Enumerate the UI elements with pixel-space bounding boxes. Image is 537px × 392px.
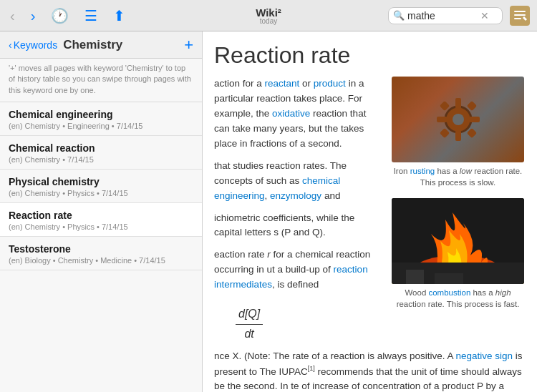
sidebar-add-button[interactable]: + <box>184 37 193 53</box>
intermediates-link[interactable]: reaction intermediates <box>214 264 368 290</box>
sidebar-hint: '+' moves all pages with keyword 'Chemis… <box>0 59 202 102</box>
svg-point-4 <box>453 114 464 125</box>
svg-rect-1 <box>514 14 526 16</box>
search-clear-button[interactable]: ✕ <box>479 10 490 21</box>
toolbar-center: Wiki² today <box>181 6 355 25</box>
item-meta: (en) Chemistry • Physics • 7/14/15 <box>9 222 193 231</box>
keywords-back-button[interactable]: ‹ Keywords <box>9 39 57 51</box>
keywords-label: Keywords <box>14 39 57 51</box>
app-subtitle: today <box>181 17 355 25</box>
sidebar: ‹ Keywords Chemistry + '+' moves all pag… <box>0 31 203 392</box>
back-button[interactable]: ‹ <box>7 6 18 26</box>
item-title: Chemical engineering <box>9 109 193 120</box>
negative-sign-link[interactable]: negative sign <box>455 351 513 361</box>
sidebar-header: ‹ Keywords Chemistry + <box>0 31 202 59</box>
list-item[interactable]: Chemical reaction (en) Chemistry • 7/14/… <box>0 136 202 170</box>
formula-numerator: d[Q] <box>236 305 263 325</box>
svg-rect-16 <box>406 270 424 284</box>
toolbar-right: 🔍 ✕ <box>356 6 530 26</box>
item-title: Testosterone <box>9 243 193 255</box>
item-meta: (en) Chemistry • Physics • 7/14/15 <box>9 189 193 197</box>
main-content: ‹ Keywords Chemistry + '+' moves all pag… <box>0 31 537 392</box>
item-meta: (en) Chemistry • 7/14/15 <box>9 155 193 164</box>
toolbar-left: ‹ › 🕐 ☰ ⬆ <box>7 6 181 26</box>
article-images: Iron rusting has a low reaction rate. Th… <box>392 77 524 320</box>
rust-image <box>392 77 524 162</box>
share-button[interactable]: ⬆ <box>110 6 128 26</box>
app-title: Wiki² <box>256 6 281 19</box>
svg-rect-8 <box>469 117 480 122</box>
item-meta: (en) Chemistry • Engineering • 7/14/15 <box>9 122 193 130</box>
enzymology-link[interactable]: enzymology <box>270 190 321 201</box>
svg-rect-6 <box>455 130 461 141</box>
search-icon: 🔍 <box>393 10 405 21</box>
chevron-left-icon: ‹ <box>9 39 12 51</box>
list-item[interactable]: Testosterone (en) Biology • Chemistry • … <box>0 237 202 270</box>
search-container: 🔍 ✕ <box>388 7 503 24</box>
reactant-link[interactable]: reactant <box>265 78 300 89</box>
svg-rect-17 <box>435 273 463 284</box>
fire-image <box>392 198 524 284</box>
article-body: Iron rusting has a low reaction rate. Th… <box>214 77 524 392</box>
list-item[interactable]: Chemical engineering (en) Chemistry • En… <box>0 102 202 136</box>
article-content[interactable]: Reaction rate <box>203 31 537 392</box>
combustion-link[interactable]: combustion <box>428 288 470 297</box>
toolbar: ‹ › 🕐 ☰ ⬆ Wiki² today 🔍 ✕ <box>0 0 537 31</box>
product-link[interactable]: product <box>314 78 346 89</box>
sidebar-title: Chemistry <box>63 38 184 52</box>
forward-button[interactable]: › <box>28 6 39 26</box>
item-meta: (en) Biology • Chemistry • Medicine • 7/… <box>9 256 193 265</box>
svg-rect-10 <box>466 101 476 111</box>
svg-rect-11 <box>439 128 449 138</box>
footnote-1: [1] <box>308 365 315 372</box>
svg-rect-5 <box>455 98 461 109</box>
rusting-link[interactable]: rusting <box>410 167 435 175</box>
search-input[interactable] <box>407 10 479 21</box>
formula-block: d[Q] dt <box>236 305 263 343</box>
history-button[interactable]: 🕐 <box>48 6 72 26</box>
svg-rect-7 <box>437 117 448 122</box>
sidebar-list: Chemical engineering (en) Chemistry • En… <box>0 102 202 392</box>
item-title: Chemical reaction <box>9 142 193 154</box>
image2-caption: Wood combustion has a high reaction rate… <box>392 287 524 310</box>
oxidative-link[interactable]: oxidative <box>272 108 310 119</box>
svg-rect-9 <box>439 101 449 111</box>
menu-button[interactable]: ☰ <box>82 6 100 26</box>
formula-fraction: d[Q] dt <box>236 305 263 343</box>
paragraph-5: nce X. (Note: The rate of a reaction is … <box>214 349 524 392</box>
image1-caption: Iron rusting has a low reaction rate. Th… <box>392 165 524 188</box>
list-item[interactable]: Physical chemistry (en) Chemistry • Phys… <box>0 170 202 203</box>
article-title: Reaction rate <box>214 43 524 68</box>
avatar-icon[interactable] <box>510 6 530 26</box>
list-item-active[interactable]: Reaction rate (en) Chemistry • Physics •… <box>0 203 202 237</box>
item-title: Physical chemistry <box>9 176 193 187</box>
svg-rect-0 <box>514 11 526 12</box>
svg-rect-12 <box>466 128 476 138</box>
item-title: Reaction rate <box>9 210 193 221</box>
svg-rect-2 <box>514 18 521 19</box>
formula-denominator: dt <box>241 325 256 343</box>
